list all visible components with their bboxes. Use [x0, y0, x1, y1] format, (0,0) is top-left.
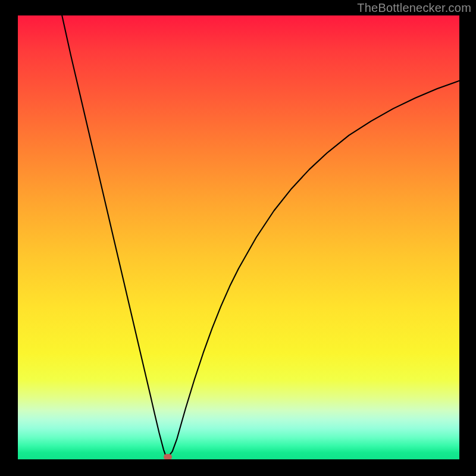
bottleneck-curve: [62, 15, 459, 457]
chart-frame: TheBottlenecker.com: [0, 0, 476, 476]
optimum-marker: [164, 454, 172, 459]
curve-svg: [18, 15, 459, 459]
plot-area: [18, 15, 459, 459]
watermark-text: TheBottlenecker.com: [357, 1, 471, 15]
